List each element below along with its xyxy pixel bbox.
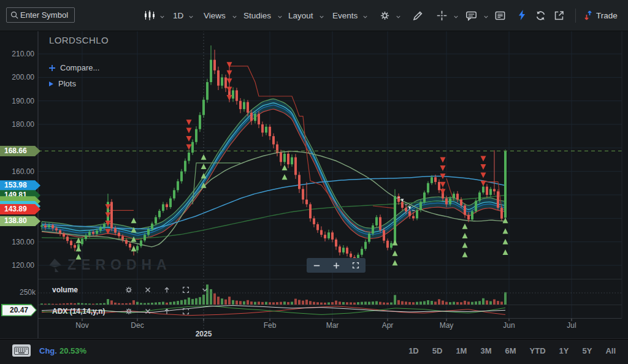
gear-icon[interactable] — [124, 286, 133, 294]
volume-pane-label: volume — [52, 286, 78, 294]
sell-signal-arrow — [440, 157, 446, 163]
buy-signal-arrow — [392, 240, 398, 246]
annotation-button[interactable] — [465, 10, 477, 21]
chevron-down-icon[interactable] — [483, 13, 489, 20]
quick-trade-button[interactable] — [516, 9, 527, 21]
change-value: 20.53% — [59, 346, 86, 355]
month-axis-label: Jul — [558, 321, 585, 330]
chevron-down-icon[interactable] — [277, 13, 283, 20]
sell-signal-arrow — [186, 128, 192, 134]
move-up-icon[interactable] — [163, 286, 171, 294]
gear-icon — [380, 10, 390, 21]
chevron-down-icon[interactable] — [318, 13, 325, 20]
pencil-icon — [412, 10, 424, 21]
trade-label[interactable]: Trade — [596, 11, 618, 20]
crosshair-button[interactable] — [436, 10, 448, 21]
range-3m[interactable]: 3M — [480, 346, 491, 355]
study-value-badge: 138.80 — [0, 216, 40, 226]
range-ytd[interactable]: YTD — [530, 346, 546, 355]
zoom-out-button[interactable] — [312, 261, 321, 270]
buy-sell-arrows-icon — [583, 9, 593, 21]
sell-signal-arrow — [227, 78, 232, 84]
refresh-button[interactable] — [535, 10, 546, 21]
month-axis-label: Dec — [124, 321, 151, 330]
chevron-down-icon[interactable] — [453, 13, 459, 20]
chevron-down-icon[interactable] — [188, 13, 194, 20]
adx-value-badge: 20.47 — [1, 304, 37, 316]
settings-button[interactable] — [380, 10, 390, 21]
move-up-icon[interactable] — [163, 307, 171, 316]
bottom-bar: Chg. 20.53% 1D5D1M3M6MYTD1Y5YAll — [0, 339, 628, 364]
chart-type-button[interactable] — [144, 10, 156, 21]
plots-toggle[interactable]: Plots — [48, 79, 76, 88]
range-5y[interactable]: 5Y — [582, 346, 592, 355]
range-1y[interactable]: 1Y — [559, 346, 569, 355]
trading-terminal: ZERODHA 210.00200.00190.00180.00160.0013… — [0, 0, 628, 364]
lightning-icon — [516, 9, 527, 21]
sell-signal-arrow — [227, 62, 232, 67]
fullscreen-button[interactable] — [351, 261, 360, 270]
menu-studies[interactable]: Studies — [243, 11, 271, 20]
range-5d[interactable]: 5D — [432, 346, 443, 355]
price-pane — [40, 45, 508, 265]
year-axis-label: 2025 — [190, 330, 217, 338]
draw-button[interactable] — [412, 10, 424, 21]
symbol-search-input[interactable]: Enter Symbol — [6, 7, 75, 23]
buy-signal-arrow — [392, 251, 398, 256]
month-axis-label: Feb — [256, 321, 283, 330]
maximize-icon[interactable] — [182, 286, 190, 294]
chevron-down-icon[interactable] — [362, 13, 369, 20]
menu-events[interactable]: Events — [332, 11, 358, 20]
keyboard-shortcuts-button[interactable] — [12, 344, 31, 357]
buy-signal-arrow — [131, 246, 137, 251]
price-tick-label: 180.00 — [2, 120, 34, 129]
sell-signal-arrow — [440, 189, 446, 194]
range-all[interactable]: All — [605, 346, 616, 355]
month-axis-label: Mar — [319, 321, 346, 330]
range-6m[interactable]: 6M — [505, 346, 516, 355]
range-1d[interactable]: 1D — [408, 346, 419, 355]
share-button[interactable] — [553, 10, 565, 21]
maximize-icon[interactable] — [182, 307, 190, 316]
buy-signal-arrow — [462, 252, 468, 257]
month-axis-label: Nov — [69, 321, 96, 330]
sell-signal-arrow — [440, 182, 446, 188]
news-icon — [494, 10, 506, 21]
collapse-chevron-icon[interactable] — [201, 286, 209, 294]
zoom-controls — [307, 258, 366, 273]
news-button[interactable] — [494, 10, 506, 21]
interval-menu[interactable]: 1D — [173, 11, 183, 20]
adx-value: 20.47 — [2, 305, 36, 316]
change-label: Chg. — [39, 346, 57, 355]
gear-icon[interactable] — [124, 307, 133, 316]
sell-signal-arrow — [481, 172, 486, 178]
volume-axis-label: 250k — [15, 288, 36, 297]
buy-signal-arrow — [76, 246, 82, 251]
chevron-down-icon[interactable] — [159, 13, 166, 20]
close-icon[interactable] — [144, 307, 152, 316]
menu-views[interactable]: Views — [204, 11, 226, 20]
comment-icon — [465, 10, 477, 21]
month-axis-label: May — [433, 321, 460, 330]
sell-signal-arrow — [186, 144, 192, 150]
last-price-badge: 168.66 — [0, 146, 40, 156]
range-1m[interactable]: 1M — [456, 346, 467, 355]
month-axis-label: Apr — [374, 321, 401, 330]
trade-button[interactable] — [583, 9, 593, 21]
sell-signal-arrow — [440, 165, 446, 171]
close-icon[interactable] — [144, 286, 152, 294]
menu-layout[interactable]: Layout — [288, 11, 313, 20]
open-external-icon — [553, 10, 565, 21]
sell-signal-arrow — [105, 204, 111, 210]
candlestick-icon — [144, 10, 156, 21]
volume-pane-controls — [124, 286, 209, 294]
chevron-down-icon[interactable] — [231, 13, 238, 20]
price-tick-label: 160.00 — [2, 167, 34, 176]
refresh-icon — [535, 10, 546, 21]
zoom-in-button[interactable] — [332, 261, 341, 270]
toolbar-divider — [575, 9, 576, 23]
chevron-down-icon[interactable] — [395, 13, 402, 20]
buy-signal-arrow — [462, 242, 468, 248]
plus-icon — [48, 64, 56, 72]
compare-button[interactable]: Compare... — [48, 63, 99, 72]
